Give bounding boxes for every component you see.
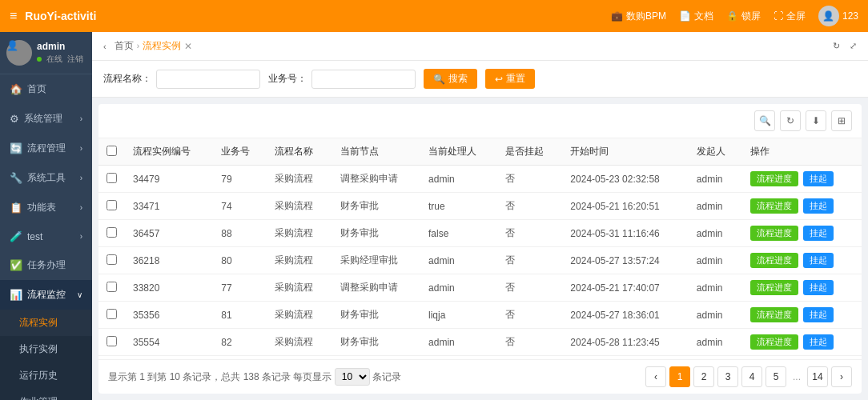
suspend-btn-5[interactable]: 挂起	[803, 307, 834, 322]
search-icon: 🔍	[433, 74, 445, 85]
suspend-btn-2[interactable]: 挂起	[803, 226, 834, 241]
next-page-btn[interactable]: ›	[831, 366, 852, 387]
nav-bpm[interactable]: 💼 数购BPM	[611, 10, 666, 23]
page-btn-1[interactable]: 1	[669, 366, 690, 387]
close-tab-btn[interactable]: ⤢	[846, 39, 860, 53]
cell-init-2: admin	[689, 220, 742, 247]
row-checkbox-2[interactable]	[106, 227, 117, 238]
breadcrumb-nav-arrow-left[interactable]: ‹	[100, 40, 110, 53]
suspend-btn-3[interactable]: 挂起	[803, 253, 834, 268]
select-all-checkbox[interactable]	[106, 146, 117, 156]
table-columns-btn[interactable]: ⊞	[831, 110, 852, 131]
pagination-bar: 显示第 1 到第 10 条记录，总共 138 条记录 每页显示 10 20 50…	[98, 359, 862, 394]
progress-btn-3[interactable]: 流程进度	[750, 253, 798, 268]
table-toolbar: 🔍 ↻ ⬇ ⊞	[98, 104, 862, 138]
suspend-btn-4[interactable]: 挂起	[803, 280, 834, 295]
cell-id-6: 35554	[125, 329, 213, 356]
page-btn-2[interactable]: 2	[693, 366, 714, 387]
cell-biz-6: 82	[213, 329, 267, 356]
nav-user[interactable]: 👤 123	[818, 6, 858, 26]
sidebar-sub-item-history[interactable]: 运行历史	[0, 362, 92, 389]
cell-node-0: 调整采购申请	[332, 166, 420, 193]
cell-suspended-2: 否	[497, 220, 562, 247]
page-size-select[interactable]: 10 20 50	[335, 368, 370, 386]
cell-node-2: 财务审批	[332, 220, 420, 247]
cell-handler-6: admin	[420, 329, 497, 356]
cell-biz-0: 79	[213, 166, 267, 193]
cell-proc-1: 采购流程	[267, 193, 332, 220]
user-info: 👤 admin 在线 注销	[0, 32, 92, 74]
reset-button[interactable]: ↩ 重置	[485, 69, 535, 89]
cell-biz-3: 80	[213, 247, 267, 274]
cell-init-6: admin	[689, 329, 742, 356]
page-btn-14[interactable]: 14	[807, 366, 828, 387]
sidebar-item-features[interactable]: 📋功能表 ›	[0, 193, 92, 222]
page-btn-5[interactable]: 5	[766, 366, 786, 387]
progress-btn-4[interactable]: 流程进度	[750, 280, 798, 295]
sidebar-sub-item-exec[interactable]: 执行实例	[0, 336, 92, 362]
row-checkbox-4[interactable]	[106, 282, 117, 292]
progress-btn-1[interactable]: 流程进度	[750, 198, 798, 214]
top-header: ≡ RuoYi-activiti 💼 数购BPM 📄 文档 🔒 锁屏 ⛶ 全屏 …	[0, 0, 868, 32]
table-search-icon-btn[interactable]: 🔍	[754, 110, 775, 131]
sidebar-item-task[interactable]: ✅任务办理	[0, 250, 92, 280]
row-checkbox-0[interactable]	[106, 173, 117, 183]
sidebar-item-monitor[interactable]: 📊流程监控 ∨	[0, 280, 92, 310]
cell-proc-2: 采购流程	[267, 220, 332, 247]
row-checkbox-6[interactable]	[106, 336, 117, 346]
user-details: admin 在线 注销	[37, 41, 83, 65]
row-checkbox-1[interactable]	[106, 200, 117, 210]
page-btn-3[interactable]: 3	[717, 366, 738, 387]
cell-action-3: 流程进度 挂起	[742, 247, 862, 274]
breadcrumb-home[interactable]: 首页	[115, 39, 134, 53]
cell-action-2: 流程进度 挂起	[742, 220, 862, 247]
breadcrumb-close-icon[interactable]: ✕	[184, 41, 192, 52]
page-btn-4[interactable]: 4	[741, 366, 762, 387]
sidebar-item-system[interactable]: ⚙系统管理 ›	[0, 104, 92, 134]
table-download-btn[interactable]: ⬇	[806, 110, 826, 131]
progress-btn-2[interactable]: 流程进度	[750, 226, 798, 241]
sidebar-item-tools[interactable]: 🔧系统工具 ›	[0, 163, 92, 193]
cell-handler-2: false	[420, 220, 497, 247]
sub-header: ‹ 首页 › 流程实例 ✕ ↻ ⤢	[92, 32, 868, 61]
prev-page-btn[interactable]: ‹	[645, 366, 666, 387]
nav-docs[interactable]: 📄 文档	[679, 10, 713, 23]
row-checkbox-3[interactable]	[106, 254, 117, 265]
nav-lock[interactable]: 🔒 锁屏	[726, 10, 761, 23]
cell-node-3: 采购经理审批	[332, 247, 420, 274]
cell-id-5: 35356	[125, 302, 213, 329]
progress-btn-0[interactable]: 流程进度	[750, 171, 798, 186]
nav-fullscreen[interactable]: ⛶ 全屏	[774, 10, 806, 23]
cell-biz-4: 77	[213, 274, 267, 302]
refresh-page-btn[interactable]: ↻	[830, 39, 843, 53]
sidebar-item-test[interactable]: 🧪test ›	[0, 222, 92, 250]
progress-btn-5[interactable]: 流程进度	[750, 307, 798, 322]
col-header-biz: 业务号	[213, 138, 267, 166]
business-no-input[interactable]	[311, 70, 416, 89]
row-checkbox-5[interactable]	[106, 309, 117, 319]
table-refresh-btn[interactable]: ↻	[780, 110, 801, 131]
business-no-group: 业务号：	[268, 70, 416, 89]
process-name-input[interactable]	[156, 70, 260, 89]
table-row: 33471 74 采购流程 财务审批 true 否 2024-05-21 16:…	[98, 193, 862, 220]
table-row: 36457 88 采购流程 财务审批 false 否 2024-05-31 11…	[98, 220, 862, 247]
table-row: 34479 79 采购流程 调整采购申请 admin 否 2024-05-23 …	[98, 166, 862, 193]
sidebar-item-home[interactable]: 🏠首页	[0, 74, 92, 104]
sidebar-sub-item-jobs[interactable]: 作业管理	[0, 389, 92, 400]
cell-handler-4: admin	[420, 274, 497, 302]
cell-node-5: 财务审批	[332, 302, 420, 329]
suspend-btn-1[interactable]: 挂起	[803, 198, 834, 214]
main-layout: 👤 admin 在线 注销 🏠首页 ⚙系统管理 › 🔄流程管理 ›	[0, 32, 868, 400]
menu-icon[interactable]: ≡	[10, 9, 17, 23]
progress-btn-6[interactable]: 流程进度	[750, 334, 798, 350]
search-button[interactable]: 🔍 搜索	[424, 69, 477, 89]
cell-action-5: 流程进度 挂起	[742, 302, 862, 329]
sidebar-sub-item-instance[interactable]: 流程实例	[0, 310, 92, 336]
logout-button[interactable]: 注销	[67, 54, 83, 65]
cell-action-0: 流程进度 挂起	[742, 166, 862, 193]
suspend-btn-6[interactable]: 挂起	[803, 334, 834, 350]
cell-biz-2: 88	[213, 220, 267, 247]
suspend-btn-0[interactable]: 挂起	[803, 171, 834, 186]
cell-biz-5: 81	[213, 302, 267, 329]
sidebar-item-process[interactable]: 🔄流程管理 ›	[0, 134, 92, 163]
